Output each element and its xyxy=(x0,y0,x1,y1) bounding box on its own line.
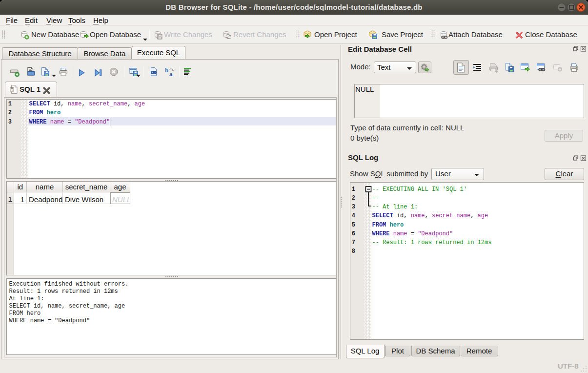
svg-text:b: b xyxy=(165,67,168,74)
svg-text:a: a xyxy=(169,70,173,78)
